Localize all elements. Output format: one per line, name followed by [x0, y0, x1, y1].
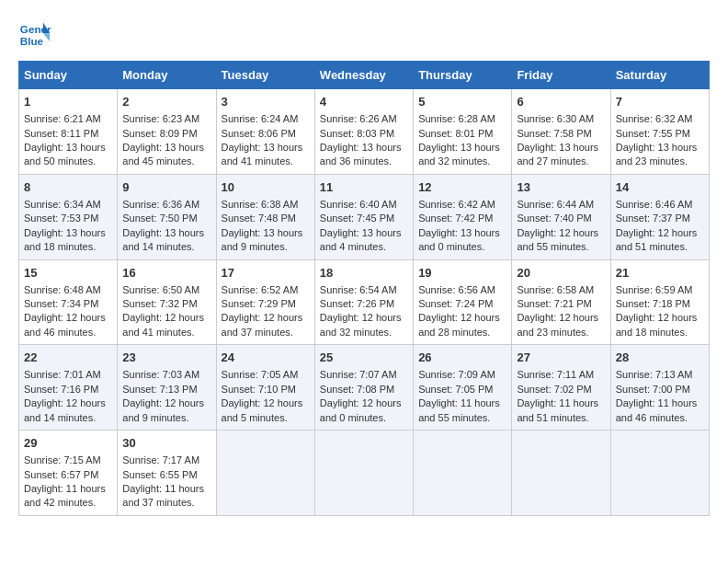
calendar-cell: 27Sunrise: 7:11 AMSunset: 7:02 PMDayligh… [512, 345, 610, 431]
daylight-text: Daylight: 12 hours and 46 minutes. [24, 312, 106, 337]
calendar-table: SundayMondayTuesdayWednesdayThursdayFrid… [18, 61, 710, 516]
calendar-cell: 26Sunrise: 7:09 AMSunset: 7:05 PMDayligh… [414, 345, 512, 431]
sunset-text: Sunset: 7:48 PM [222, 213, 296, 224]
daylight-text: Daylight: 13 hours and 23 minutes. [616, 142, 698, 167]
calendar-cell: 28Sunrise: 7:13 AMSunset: 7:00 PMDayligh… [610, 345, 709, 431]
day-number: 23 [122, 350, 210, 366]
daylight-text: Daylight: 11 hours and 42 minutes. [24, 483, 106, 508]
calendar-cell: 3Sunrise: 6:24 AMSunset: 8:06 PMDaylight… [216, 89, 314, 175]
sunset-text: Sunset: 8:01 PM [418, 128, 493, 139]
day-number: 16 [122, 265, 210, 282]
day-number: 7 [616, 94, 704, 110]
daylight-text: Daylight: 12 hours and 55 minutes. [517, 227, 598, 252]
sunrise-text: Sunrise: 7:15 AM [24, 454, 101, 465]
daylight-text: Daylight: 13 hours and 9 minutes. [222, 227, 303, 252]
calendar-week-2: 8Sunrise: 6:34 AMSunset: 7:53 PMDaylight… [19, 174, 710, 259]
daylight-text: Daylight: 12 hours and 5 minutes. [222, 397, 303, 422]
sunset-text: Sunset: 7:00 PM [616, 384, 690, 395]
day-number: 29 [24, 435, 112, 452]
daylight-text: Daylight: 12 hours and 51 minutes. [616, 227, 698, 252]
daylight-text: Daylight: 13 hours and 36 minutes. [320, 142, 402, 167]
daylight-text: Daylight: 12 hours and 32 minutes. [320, 312, 402, 337]
calendar-cell: 29Sunrise: 7:15 AMSunset: 6:57 PMDayligh… [19, 431, 118, 516]
day-number: 11 [320, 179, 408, 196]
calendar-cell: 11Sunrise: 6:40 AMSunset: 7:45 PMDayligh… [314, 174, 413, 259]
sunrise-text: Sunrise: 6:56 AM [418, 284, 495, 295]
sunset-text: Sunset: 6:57 PM [24, 469, 98, 480]
sunset-text: Sunset: 7:50 PM [122, 213, 197, 224]
daylight-text: Daylight: 13 hours and 0 minutes. [418, 227, 500, 252]
sunset-text: Sunset: 7:32 PM [122, 298, 197, 309]
sunrise-text: Sunrise: 6:28 AM [418, 113, 495, 124]
sunrise-text: Sunrise: 6:54 AM [320, 284, 397, 295]
sunrise-text: Sunrise: 7:07 AM [320, 369, 397, 380]
day-number: 5 [418, 94, 506, 110]
daylight-text: Daylight: 12 hours and 0 minutes. [320, 397, 402, 422]
sunset-text: Sunset: 7:53 PM [24, 213, 98, 224]
sunrise-text: Sunrise: 6:59 AM [616, 284, 693, 295]
sunset-text: Sunset: 7:24 PM [418, 298, 493, 309]
calendar-cell: 14Sunrise: 6:46 AMSunset: 7:37 PMDayligh… [610, 174, 709, 259]
daylight-text: Daylight: 11 hours and 51 minutes. [517, 397, 598, 422]
sunrise-text: Sunrise: 6:46 AM [616, 199, 693, 210]
sunrise-text: Sunrise: 6:44 AM [517, 199, 594, 210]
calendar-cell: 8Sunrise: 6:34 AMSunset: 7:53 PMDaylight… [19, 174, 118, 259]
sunset-text: Sunset: 7:34 PM [24, 298, 98, 309]
daylight-text: Daylight: 11 hours and 46 minutes. [616, 397, 698, 422]
daylight-text: Daylight: 11 hours and 37 minutes. [122, 483, 204, 508]
page-header: General Blue [18, 18, 710, 52]
sunrise-text: Sunrise: 6:23 AM [122, 113, 199, 124]
day-number: 12 [418, 179, 506, 196]
day-number: 10 [222, 179, 310, 196]
sunrise-text: Sunrise: 7:17 AM [122, 454, 199, 465]
daylight-text: Daylight: 13 hours and 14 minutes. [122, 227, 204, 252]
sunset-text: Sunset: 7:55 PM [616, 128, 690, 139]
calendar-cell: 13Sunrise: 6:44 AMSunset: 7:40 PMDayligh… [512, 174, 610, 259]
day-number: 6 [517, 94, 605, 110]
sunset-text: Sunset: 7:18 PM [616, 298, 690, 309]
sunset-text: Sunset: 7:26 PM [320, 298, 394, 309]
day-number: 20 [517, 265, 605, 282]
day-number: 26 [418, 350, 506, 366]
calendar-cell: 19Sunrise: 6:56 AMSunset: 7:24 PMDayligh… [414, 259, 512, 345]
day-number: 21 [616, 265, 704, 282]
daylight-text: Daylight: 13 hours and 50 minutes. [24, 142, 106, 167]
sunset-text: Sunset: 7:21 PM [517, 298, 591, 309]
calendar-week-3: 15Sunrise: 6:48 AMSunset: 7:34 PMDayligh… [19, 259, 710, 345]
sunset-text: Sunset: 7:16 PM [24, 384, 98, 395]
sunrise-text: Sunrise: 7:03 AM [122, 369, 199, 380]
day-number: 8 [24, 179, 112, 196]
svg-marker-3 [43, 33, 50, 41]
calendar-cell [216, 431, 314, 516]
calendar-cell: 9Sunrise: 6:36 AMSunset: 7:50 PMDaylight… [118, 174, 216, 259]
daylight-text: Daylight: 13 hours and 41 minutes. [222, 142, 303, 167]
calendar-cell [414, 431, 512, 516]
day-number: 17 [222, 265, 310, 282]
day-number: 19 [418, 265, 506, 282]
calendar-cell: 30Sunrise: 7:17 AMSunset: 6:55 PMDayligh… [118, 431, 216, 516]
header-monday: Monday [118, 62, 216, 89]
sunrise-text: Sunrise: 6:58 AM [517, 284, 594, 295]
day-number: 2 [122, 94, 210, 110]
day-number: 1 [24, 94, 112, 110]
calendar-cell: 15Sunrise: 6:48 AMSunset: 7:34 PMDayligh… [19, 259, 118, 345]
day-number: 28 [616, 350, 704, 366]
sunrise-text: Sunrise: 6:32 AM [616, 113, 693, 124]
sunrise-text: Sunrise: 6:34 AM [24, 199, 101, 210]
sunrise-text: Sunrise: 6:26 AM [320, 113, 397, 124]
calendar-cell [610, 431, 709, 516]
sunset-text: Sunset: 7:08 PM [320, 384, 394, 395]
header-saturday: Saturday [610, 62, 709, 89]
daylight-text: Daylight: 12 hours and 37 minutes. [222, 312, 303, 337]
day-number: 25 [320, 350, 408, 366]
sunset-text: Sunset: 7:10 PM [222, 384, 296, 395]
header-tuesday: Tuesday [216, 62, 314, 89]
sunrise-text: Sunrise: 6:38 AM [222, 199, 299, 210]
daylight-text: Daylight: 12 hours and 41 minutes. [122, 312, 204, 337]
sunrise-text: Sunrise: 7:05 AM [222, 369, 299, 380]
sunset-text: Sunset: 8:11 PM [24, 128, 98, 139]
calendar-cell: 12Sunrise: 6:42 AMSunset: 7:42 PMDayligh… [414, 174, 512, 259]
sunrise-text: Sunrise: 6:21 AM [24, 113, 101, 124]
sunset-text: Sunset: 7:45 PM [320, 213, 394, 224]
logo-icon: General Blue [18, 18, 51, 52]
